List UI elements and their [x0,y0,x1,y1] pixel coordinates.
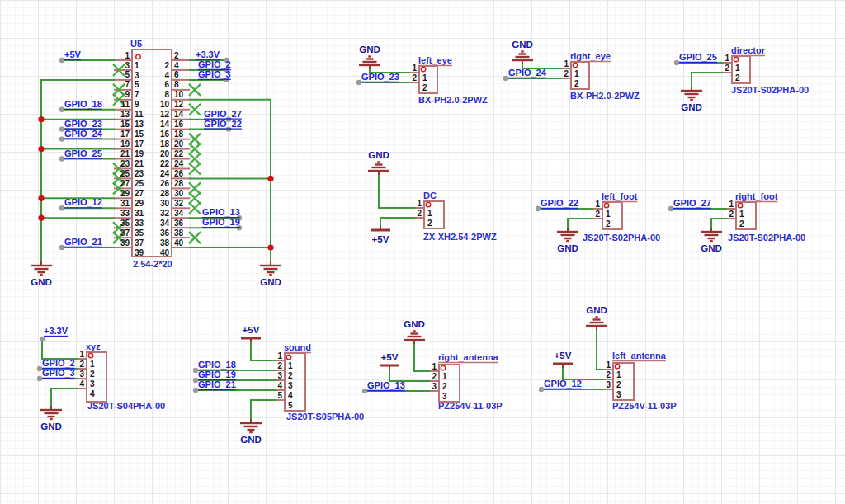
net-label[interactable]: GPIO_23 [64,119,102,129]
junction-dot[interactable] [267,244,273,250]
wire[interactable] [711,219,726,228]
gnd-flag-label[interactable]: GND [359,45,380,54]
gnd-flag-label[interactable]: GND [586,305,607,315]
pin-number: 37 [120,228,130,238]
component-title[interactable]: director [731,45,766,55]
component-footprint[interactable]: ZX-XH2.54-2PWZ [423,232,497,242]
net-label[interactable]: GPIO_12 [544,379,582,389]
power-flag-label[interactable]: +5V [243,325,260,335]
net-label[interactable]: GPIO_27 [204,109,242,119]
component-title[interactable]: right_antenna [438,352,499,362]
no-connect-icon[interactable] [189,182,201,194]
component-title[interactable]: left_foot [602,191,638,201]
component-title[interactable]: left_antenna [612,351,667,360]
power-flag-label[interactable]: +5V [555,351,572,360]
net-label[interactable]: GPIO_25 [64,148,102,158]
wire[interactable] [414,344,429,371]
wire[interactable] [42,339,77,359]
no-connect-icon[interactable] [189,153,201,165]
pin-number: 25 [120,169,130,178]
junction-dot[interactable] [38,195,44,201]
no-connect-icon[interactable] [189,192,201,204]
net-label[interactable]: GPIO_23 [361,72,399,82]
no-connect-icon[interactable] [189,163,201,175]
pin-number: 2 [725,64,729,73]
gnd-flag-label[interactable]: GND [240,435,262,445]
pin-name: 18 [160,139,170,148]
no-connect-icon[interactable] [189,144,201,155]
net-label[interactable]: GPIO_18 [198,360,236,370]
net-label[interactable]: GPIO_19 [202,217,240,227]
gnd-flag-label[interactable]: GND [701,243,722,253]
junction-dot[interactable] [38,116,44,122]
junction-dot[interactable] [267,176,273,181]
net-label[interactable]: GPIO_24 [508,68,547,78]
net-label[interactable]: GPIO_3 [42,368,75,378]
gnd-flag-label[interactable]: GND [404,319,425,329]
wire[interactable] [380,218,414,226]
gnd-flag-label[interactable]: GND [40,422,62,431]
net-label[interactable]: GPIO_18 [64,99,102,109]
gnd-flag-label[interactable]: GND [31,277,52,287]
wire[interactable] [568,219,592,228]
pin-name: 2 [90,370,95,379]
component-footprint[interactable]: JS20T-S02PHA-00 [728,233,805,243]
pin-name: 2 [606,219,611,228]
power-flag-label[interactable]: +5V [381,352,399,362]
component-footprint[interactable]: 2.54-2*20 [133,259,172,269]
net-label[interactable]: GPIO_19 [198,370,236,379]
wire[interactable] [379,175,414,208]
component-title[interactable]: right_foot [735,191,778,201]
wire[interactable] [692,73,722,87]
gnd-flag-label[interactable]: GND [681,102,702,112]
component-footprint[interactable]: BX-PH2.0-2PWZ [418,95,488,105]
component-designator[interactable]: U5 [130,39,142,49]
net-label[interactable]: GPIO_27 [673,198,711,208]
gnd-flag-label[interactable]: GND [368,150,389,160]
component-footprint[interactable]: JS20T-S02PHA-00 [731,85,809,95]
net-label[interactable]: +3.3V [196,49,220,59]
net-label[interactable]: GPIO_22 [541,198,578,208]
net-label[interactable]: GPIO_12 [64,197,102,207]
net-label[interactable]: GPIO_22 [204,119,242,129]
junction-dot[interactable] [38,215,44,221]
component-footprint[interactable]: PZ254V-11-03P [438,401,503,411]
net-label[interactable]: GPIO_13 [367,380,405,390]
net-label[interactable]: GPIO_21 [198,379,236,389]
wire[interactable] [51,389,77,406]
component-footprint[interactable]: JS20T-S04PHA-00 [87,401,165,411]
wire[interactable] [251,342,275,360]
schematic-editor-canvas[interactable]: 11+5V22+3.3V3344GPIO_25566GPIO_377889910… [0,0,845,504]
net-label[interactable]: GPIO_24 [64,129,103,139]
component-title[interactable]: DC [423,191,437,200]
net-label[interactable]: +3.3V [44,326,68,336]
junction-dot[interactable] [38,146,44,152]
net-label[interactable]: GPIO_13 [202,207,240,217]
pin-name: 2 [616,380,621,389]
component-footprint[interactable]: BX-PH2.0-2PWZ [570,91,640,101]
component-title[interactable]: xyz [86,341,101,351]
component-footprint[interactable]: PZ254V-11-03P [612,401,677,411]
gnd-flag-label[interactable]: GND [557,243,578,253]
no-connect-icon[interactable] [189,104,201,115]
component-footprint[interactable]: JS20T-S05PHA-00 [286,412,364,422]
wire[interactable] [251,400,275,419]
no-connect-icon[interactable] [189,134,201,145]
net-label[interactable]: GPIO_25 [679,52,717,62]
component-title[interactable]: sound [284,342,311,352]
component-title[interactable]: left_eye [418,55,452,65]
no-connect-icon[interactable] [189,202,201,214]
wire[interactable] [597,330,603,370]
net-label[interactable]: GPIO_2 [42,358,75,368]
power-flag-label[interactable]: +5V [372,234,389,244]
component-title[interactable]: right_eye [570,51,611,61]
gnd-flag-label[interactable]: GND [512,40,533,49]
net-label[interactable]: GPIO_21 [64,237,102,247]
net-label[interactable]: GPIO_2 [198,59,231,69]
component-footprint[interactable]: JS20T-S02PHA-00 [583,233,660,243]
gnd-flag-label[interactable]: GND [260,277,281,287]
net-label[interactable]: +5V [64,49,82,59]
net-label[interactable]: GPIO_3 [198,69,231,79]
no-connect-icon[interactable] [189,232,201,243]
no-connect-icon[interactable] [189,84,201,96]
